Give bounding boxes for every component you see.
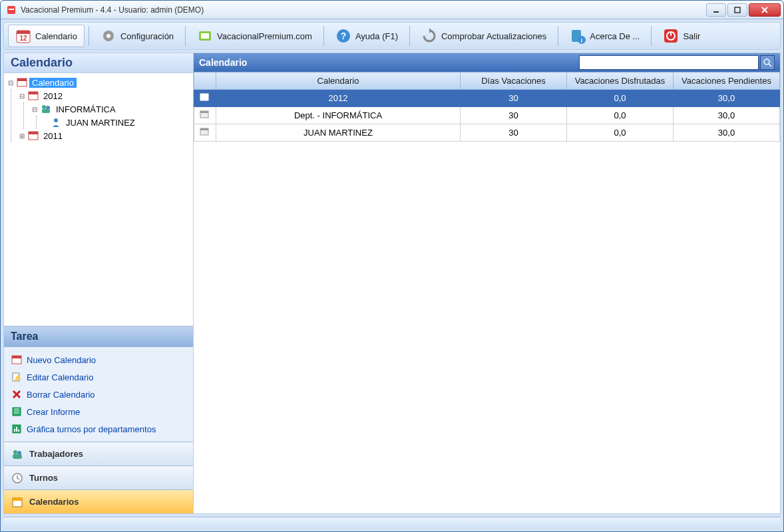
svg-point-23 [42, 105, 46, 109]
svg-point-8 [106, 34, 110, 38]
app-window: Vacacional Premium - 4.4 - Usuario: admi… [0, 0, 784, 532]
svg-rect-22 [29, 92, 38, 94]
svg-rect-20 [17, 78, 27, 81]
sidebar: Calendario ⊟ Calendario ⊟ 2012 ⊟ [4, 53, 194, 513]
toolbar-calendario-button[interactable]: 12 Calendario [8, 25, 85, 47]
svg-rect-2 [713, 11, 719, 13]
svg-point-37 [13, 450, 17, 454]
tarea-editar-calendario[interactable]: Editar Calendario [7, 368, 190, 386]
svg-rect-35 [16, 427, 17, 432]
toolbar-acerca-button[interactable]: i Acerca De ... [562, 25, 647, 47]
tree-collapse-icon[interactable]: ⊟ [18, 92, 26, 100]
svg-rect-42 [13, 498, 22, 501]
app-icon [6, 5, 17, 15]
nav-trabajadores[interactable]: Trabajadores [4, 442, 193, 466]
toolbar-label: Comprobar Actualizaciones [441, 31, 546, 41]
tarea-label: Nuevo Calendario [27, 355, 96, 365]
cell-dias: 30 [461, 124, 567, 142]
svg-rect-39 [13, 454, 22, 459]
tarea-borrar-calendario[interactable]: Borrar Calendario [7, 386, 190, 403]
help-icon: ? [335, 28, 351, 44]
grid-header-pendientes[interactable]: Vacaciones Pendientes [674, 72, 780, 90]
gear-icon [100, 28, 116, 44]
svg-rect-47 [200, 111, 208, 113]
tree-root-label[interactable]: Calendario [29, 78, 77, 88]
edit-icon [11, 371, 23, 383]
tarea-label: Crear Informe [27, 407, 80, 417]
tarea-label: Borrar Calendario [27, 390, 95, 400]
toolbar-label: Acerca De ... [590, 31, 640, 41]
toolbar-salir-button[interactable]: Salir [656, 25, 707, 47]
minimize-button[interactable] [706, 3, 726, 17]
grid-header-disfrutadas[interactable]: Vacaciones Disfrutadas [567, 72, 674, 90]
nav-panels: Trabajadores Turnos Calendarios [4, 442, 193, 513]
people-icon [40, 104, 52, 114]
toolbar-configuracion-button[interactable]: Configuración [93, 25, 181, 47]
grid-header-icon[interactable] [194, 72, 216, 90]
calendar-small-icon [200, 110, 210, 120]
calendar-small-icon [16, 77, 28, 88]
nav-turnos[interactable]: Turnos [4, 466, 193, 489]
search-button[interactable] [760, 55, 775, 70]
cell-pendientes: 30,0 [674, 124, 780, 142]
tree-collapse-icon[interactable]: ⊟ [7, 79, 15, 86]
delete-icon [11, 388, 23, 400]
tree-person-label[interactable]: JUAN MARTINEZ [63, 118, 138, 128]
tree-collapse-icon[interactable]: ⊟ [31, 106, 39, 113]
search-input[interactable] [579, 55, 759, 70]
main-header: Calendario [194, 53, 780, 72]
tarea-label: Editar Calendario [27, 372, 93, 382]
svg-rect-1 [9, 9, 14, 10]
cell-dias: 30 [461, 107, 567, 124]
grid-header-dias[interactable]: Días Vacaciones [461, 72, 567, 90]
cell-disfrutadas: 0,0 [567, 107, 674, 124]
svg-point-26 [54, 118, 58, 122]
cell-disfrutadas: 0,0 [567, 124, 674, 142]
calendar-icon [11, 495, 24, 509]
tree-view[interactable]: ⊟ Calendario ⊟ 2012 ⊟ INFORMÁTICA [4, 73, 193, 326]
svg-point-43 [764, 59, 769, 65]
tarea-crear-informe[interactable]: Crear Informe [7, 403, 190, 420]
nav-label: Trabajadores [29, 449, 83, 459]
toolbar-label: Salir [683, 31, 700, 41]
cell-name: Dept. - INFORMÁTICA [216, 107, 461, 124]
tree-year-label[interactable]: 2011 [41, 131, 65, 141]
chart-icon [11, 423, 23, 435]
table-row[interactable]: Dept. - INFORMÁTICA 30 0,0 30,0 [194, 107, 780, 124]
info-icon: i [570, 28, 586, 44]
main-panel: Calendario Calendario Días Vacaciones Va… [194, 53, 780, 513]
svg-rect-34 [14, 429, 15, 432]
tree-expand-icon[interactable]: ⊞ [18, 132, 26, 140]
content-area: Calendario ⊟ Calendario ⊟ 2012 ⊟ [3, 53, 781, 514]
new-calendar-icon [11, 354, 23, 366]
toolbar-actualizaciones-button[interactable]: Comprobar Actualizaciones [414, 25, 554, 47]
table-row[interactable]: 2012 30 0,0 30,0 [194, 90, 780, 107]
main-header-title: Calendario [199, 57, 247, 68]
maximize-button[interactable] [727, 3, 747, 17]
nav-label: Calendarios [29, 497, 79, 507]
cell-dias: 30 [461, 90, 567, 107]
tarea-nuevo-calendario[interactable]: Nuevo Calendario [7, 351, 190, 368]
tarea-grafica-turnos[interactable]: Gráfica turnos por departamentos [7, 420, 190, 438]
toolbar-website-button[interactable]: VacacionalPremium.com [190, 25, 319, 47]
person-icon [50, 117, 62, 128]
tarea-label: Gráfica turnos por departamentos [27, 424, 156, 434]
grid-header-calendario[interactable]: Calendario [216, 72, 461, 90]
svg-text:?: ? [341, 31, 347, 41]
data-grid[interactable]: Calendario Días Vacaciones Vacaciones Di… [194, 72, 780, 142]
svg-rect-5 [17, 31, 30, 34]
svg-rect-25 [42, 109, 50, 113]
clock-icon [11, 471, 24, 485]
nav-label: Turnos [29, 473, 58, 483]
close-button[interactable] [749, 3, 781, 17]
table-row[interactable]: JUAN MARTINEZ 30 0,0 30,0 [194, 124, 780, 142]
tree-year-label[interactable]: 2012 [41, 91, 65, 101]
toolbar-ayuda-button[interactable]: ? Ayuda (F1) [328, 25, 405, 47]
tree-dept-label[interactable]: INFORMÁTICA [53, 104, 118, 114]
nav-calendarios[interactable]: Calendarios [4, 489, 193, 513]
svg-rect-3 [735, 7, 740, 13]
svg-text:12: 12 [19, 35, 27, 42]
toolbar: 12 Calendario Configuración VacacionalPr… [3, 22, 781, 50]
search-icon [763, 58, 772, 67]
cell-pendientes: 30,0 [674, 107, 780, 124]
